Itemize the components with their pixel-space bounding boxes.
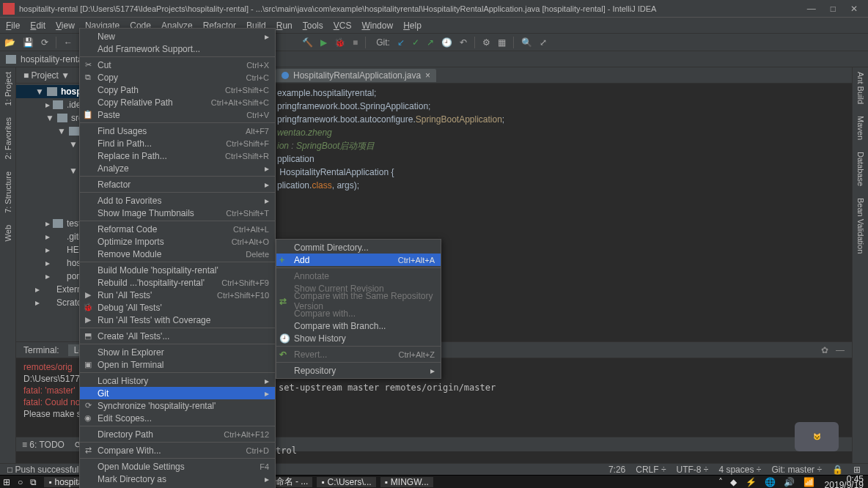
menu-item[interactable]: Directory PathCtrl+Alt+F12 bbox=[80, 428, 275, 440]
menu-item[interactable]: 🐞Debug 'All Tests' bbox=[80, 301, 275, 314]
right-tab[interactable]: Ant Build bbox=[856, 72, 865, 104]
git-submenu[interactable]: Commit Directory...+AddCtrl+Alt+AAnnotat… bbox=[276, 239, 441, 379]
submenu-item[interactable]: Compare with Branch... bbox=[276, 319, 441, 332]
menu-item[interactable]: ⬒Create 'All Tests'... bbox=[80, 330, 275, 342]
menu-item[interactable]: Mark Directory as▸ bbox=[80, 473, 275, 485]
menu-item[interactable]: Local History▸ bbox=[80, 374, 275, 387]
start-icon[interactable]: ⊞ bbox=[3, 477, 10, 487]
menu-item[interactable]: ⧉CopyCtrl+C bbox=[80, 71, 275, 84]
menu-item[interactable]: ⇄Compare With...Ctrl+D bbox=[80, 444, 275, 456]
context-menu[interactable]: New▸Add Framework Support...✂CutCtrl+X⧉C… bbox=[79, 28, 276, 488]
git-history-icon[interactable]: 🕘 bbox=[441, 37, 452, 48]
line-sep[interactable]: CRLF ÷ bbox=[636, 465, 666, 475]
menu-item[interactable]: Copy PathCtrl+Shift+C bbox=[80, 84, 275, 96]
menu-item[interactable]: ▣Open in Terminal bbox=[80, 358, 275, 371]
tray-icons[interactable]: ◆ ⚡ 🌐 🔊 📶 bbox=[730, 477, 817, 487]
close-tab-icon[interactable]: × bbox=[425, 70, 430, 81]
save-icon[interactable]: 💾 bbox=[23, 37, 34, 48]
menu-item[interactable]: Open Module SettingsF4 bbox=[80, 460, 275, 473]
taskbar-item[interactable]: ▪C:\Users\... bbox=[317, 477, 375, 487]
open-icon[interactable]: 📂 bbox=[4, 37, 15, 48]
menu-view[interactable]: View bbox=[56, 21, 75, 31]
git-commit-icon[interactable]: ✓ bbox=[412, 37, 419, 48]
tab-todo[interactable]: ≡ 6: TODO bbox=[22, 440, 65, 450]
menu-item[interactable]: ◉Edit Scopes... bbox=[80, 412, 275, 424]
tray-up-icon[interactable]: ˄ bbox=[718, 477, 723, 487]
menu-item[interactable]: Find UsagesAlt+F7 bbox=[80, 125, 275, 137]
back-icon[interactable]: ← bbox=[64, 37, 73, 48]
git-update-icon[interactable]: ↙ bbox=[397, 37, 405, 48]
menu-item[interactable]: Rebuild ...'hospitality-rental'Ctrl+Shif… bbox=[80, 276, 275, 289]
menu-item[interactable]: Show Image ThumbnailsCtrl+Shift+T bbox=[80, 207, 275, 219]
menu-item[interactable]: Refactor▸ bbox=[80, 178, 275, 191]
memory-icon[interactable]: ⊞ bbox=[853, 465, 861, 475]
menu-item[interactable]: Show in Explorer bbox=[80, 346, 275, 358]
menu-tools[interactable]: Tools bbox=[303, 21, 323, 31]
menu-window[interactable]: Window bbox=[361, 21, 393, 31]
editor-tab-active[interactable]: HospitalityRentalApplication.java × bbox=[276, 69, 436, 82]
menu-item[interactable]: New▸ bbox=[80, 30, 275, 42]
build-icon[interactable]: 🔨 bbox=[302, 37, 313, 48]
minimize-panel-icon[interactable]: — bbox=[836, 345, 845, 355]
left-tab[interactable]: Web bbox=[4, 225, 12, 241]
clock[interactable]: 0:452019/9/19 bbox=[825, 476, 865, 488]
submenu-item[interactable]: ↶Revert...Ctrl+Alt+Z bbox=[276, 348, 441, 361]
menu-item[interactable]: Git▸ bbox=[80, 387, 275, 399]
debug-icon[interactable]: 🐞 bbox=[334, 37, 345, 48]
right-tab[interactable]: Database bbox=[856, 152, 865, 186]
git-push-icon[interactable]: ↗ bbox=[427, 37, 434, 48]
menu-item[interactable]: ▶Run 'All Tests' with Coverage bbox=[80, 314, 275, 326]
indent[interactable]: 4 spaces ÷ bbox=[718, 465, 761, 475]
menu-item[interactable]: ▶Run 'All Tests'Ctrl+Shift+F10 bbox=[80, 289, 275, 301]
submenu-item[interactable]: Compare with... bbox=[276, 307, 441, 319]
taskbar-item[interactable]: ▪MINGW... bbox=[380, 477, 433, 487]
minimize-icon[interactable]: — bbox=[807, 4, 816, 14]
menu-item[interactable]: Reformat CodeCtrl+Alt+L bbox=[80, 223, 275, 235]
expand-icon[interactable]: ⤢ bbox=[540, 37, 547, 48]
menu-item[interactable]: Analyze▸ bbox=[80, 162, 275, 174]
submenu-item[interactable]: ⇄Compare with the Same Repository Versio… bbox=[276, 295, 441, 307]
menu-help[interactable]: Help bbox=[403, 21, 422, 31]
menu-item[interactable]: Replace in Path...Ctrl+Shift+R bbox=[80, 149, 275, 162]
menu-item[interactable]: Optimize ImportsCtrl+Alt+O bbox=[80, 235, 275, 248]
maximize-icon[interactable]: □ bbox=[831, 4, 836, 14]
git-branch[interactable]: Git: master ÷ bbox=[771, 465, 822, 475]
submenu-item[interactable]: Repository▸ bbox=[276, 364, 441, 377]
cortana-icon[interactable]: ○ bbox=[18, 477, 23, 487]
menu-item[interactable]: Add Framework Support... bbox=[80, 42, 275, 55]
menu-item[interactable]: Find in Path...Ctrl+Shift+F bbox=[80, 137, 275, 149]
settings-icon[interactable]: ⚙ bbox=[482, 37, 490, 48]
menu-vcs[interactable]: VCS bbox=[334, 21, 352, 31]
cursor-position[interactable]: 7:26 bbox=[608, 465, 625, 475]
right-tab[interactable]: Bean Validation bbox=[856, 198, 865, 254]
menu-item[interactable]: Build Module 'hospitality-rental' bbox=[80, 264, 275, 276]
menu-run[interactable]: Run bbox=[276, 21, 293, 31]
right-tab[interactable]: Maven bbox=[856, 116, 865, 140]
menu-item[interactable]: Remove BOM bbox=[80, 485, 275, 488]
menu-item[interactable]: Add to Favorites▸ bbox=[80, 194, 275, 207]
menu-item[interactable]: ✂CutCtrl+X bbox=[80, 59, 275, 71]
submenu-item[interactable]: Commit Directory... bbox=[276, 241, 441, 254]
left-tab[interactable]: 2: Favorites bbox=[4, 117, 12, 159]
menu-item[interactable]: ⟳Synchronize 'hospitality-rental' bbox=[80, 399, 275, 412]
stop-icon[interactable]: ■ bbox=[353, 37, 358, 48]
submenu-item[interactable]: Annotate bbox=[276, 270, 441, 282]
menu-item[interactable]: Copy Relative PathCtrl+Alt+Shift+C bbox=[80, 96, 275, 108]
close-icon[interactable]: ✕ bbox=[850, 4, 858, 14]
git-revert-icon[interactable]: ↶ bbox=[460, 37, 467, 48]
submenu-item[interactable]: 🕘Show History bbox=[276, 332, 441, 344]
menu-file[interactable]: File bbox=[6, 21, 20, 31]
encoding[interactable]: UTF-8 ÷ bbox=[677, 465, 709, 475]
taskview-icon[interactable]: ⧉ bbox=[30, 477, 37, 487]
menu-edit[interactable]: Edit bbox=[30, 21, 45, 31]
submenu-item[interactable]: +AddCtrl+Alt+A bbox=[276, 254, 441, 266]
left-tab[interactable]: 1: Project bbox=[4, 72, 12, 106]
menu-item[interactable]: 📋PasteCtrl+V bbox=[80, 108, 275, 121]
run-icon[interactable]: ▶ bbox=[320, 37, 327, 48]
breadcrumb-project[interactable]: hospitality-rental bbox=[21, 54, 84, 64]
gear-icon[interactable]: ✿ bbox=[821, 345, 828, 355]
search-icon[interactable]: 🔍 bbox=[521, 37, 532, 48]
refresh-icon[interactable]: ⟳ bbox=[41, 37, 48, 48]
menu-item[interactable]: Remove ModuleDelete bbox=[80, 248, 275, 260]
tree-title[interactable]: ■ Project ▼ bbox=[23, 70, 70, 81]
